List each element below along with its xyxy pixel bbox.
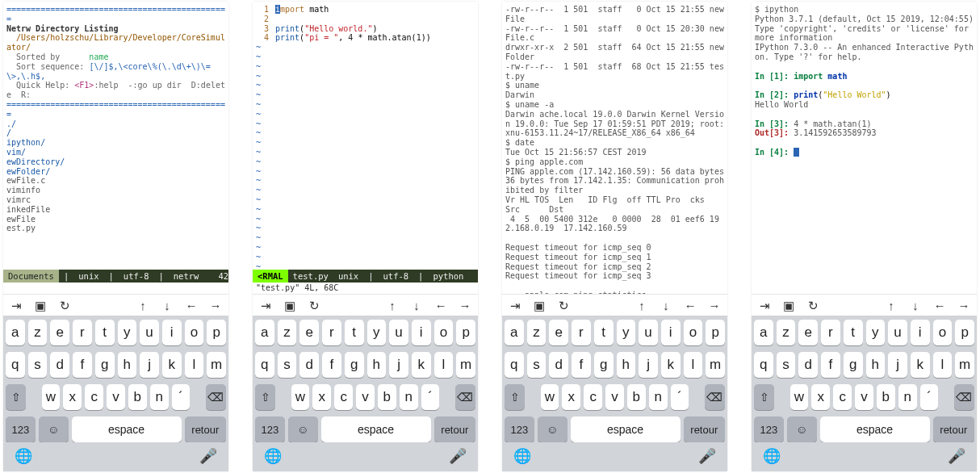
netrw-file-entry[interactable]: ewFile (6, 215, 36, 224)
key-p[interactable]: p (706, 320, 725, 345)
refresh-icon[interactable]: ↻ (806, 299, 819, 312)
key-k[interactable]: k (661, 352, 681, 378)
arrow-left-icon[interactable]: ← (434, 299, 447, 312)
backspace-key[interactable]: ⌫ (705, 384, 725, 410)
image-icon[interactable]: ▣ (782, 299, 795, 312)
key-m[interactable]: m (706, 352, 725, 378)
arrow-right-icon[interactable]: → (459, 299, 471, 312)
key-b[interactable]: b (128, 384, 147, 410)
key-m[interactable]: m (456, 352, 475, 378)
netrw-dir-entry[interactable]: / (6, 128, 11, 137)
key-o[interactable]: o (185, 320, 204, 345)
key-u[interactable]: u (888, 320, 907, 345)
key-z[interactable]: z (527, 320, 547, 345)
mic-icon[interactable]: 🎤 (948, 447, 965, 465)
netrw-file-entry[interactable]: inkedFile (6, 205, 50, 214)
key-l[interactable]: l (933, 352, 953, 378)
key-z[interactable]: z (777, 320, 796, 345)
key-p[interactable]: p (456, 320, 475, 345)
key-g[interactable]: g (95, 352, 115, 378)
key-w[interactable]: w (291, 384, 310, 410)
key-f[interactable]: f (572, 352, 591, 378)
arrow-left-icon[interactable]: ← (185, 299, 198, 312)
key-c[interactable]: c (833, 384, 852, 410)
key-r[interactable]: r (322, 320, 341, 345)
netrw-file-entry[interactable]: vimrc (6, 195, 31, 204)
key-t[interactable]: t (594, 320, 614, 345)
key-´[interactable]: ´ (671, 384, 689, 410)
return-key[interactable]: retour (434, 416, 475, 442)
key-s[interactable]: s (777, 352, 796, 378)
image-icon[interactable]: ▣ (34, 299, 47, 312)
key-o[interactable]: o (933, 320, 953, 345)
key-c[interactable]: c (85, 384, 103, 410)
return-key[interactable]: retour (185, 416, 226, 442)
key-h[interactable]: h (118, 352, 137, 378)
key-c[interactable]: c (584, 384, 602, 410)
arrow-right-icon[interactable]: → (708, 299, 721, 312)
key-b[interactable]: b (378, 384, 396, 410)
key-o[interactable]: o (434, 320, 454, 345)
netrw-dir-entry[interactable]: ./ (6, 119, 16, 128)
arrow-up-icon[interactable]: ↑ (136, 299, 149, 312)
key-r[interactable]: r (821, 320, 840, 345)
key-e[interactable]: e (798, 320, 818, 345)
key-j[interactable]: j (389, 352, 408, 378)
key-x[interactable]: x (811, 384, 830, 410)
key-b[interactable]: b (877, 384, 895, 410)
key-z[interactable]: z (28, 320, 48, 345)
tab-indent-icon[interactable]: ⇥ (758, 299, 771, 312)
return-key[interactable]: retour (933, 416, 974, 442)
shift-key[interactable]: ⇧ (255, 384, 275, 410)
image-icon[interactable]: ▣ (283, 299, 296, 312)
arrow-down-icon[interactable]: ↓ (909, 299, 922, 312)
numbers-key[interactable]: 123 (505, 416, 534, 442)
key-v[interactable]: v (356, 384, 375, 410)
arrow-up-icon[interactable]: ↑ (635, 299, 648, 312)
key-i[interactable]: i (412, 320, 431, 345)
emoji-key[interactable]: ☺ (538, 416, 567, 442)
key-s[interactable]: s (527, 352, 547, 378)
key-n[interactable]: n (898, 384, 917, 410)
key-t[interactable]: t (844, 320, 863, 345)
netrw-file-entry[interactable]: ewFile.c (6, 176, 45, 185)
netrw-file-entry[interactable]: est.py (6, 224, 36, 232)
key-v[interactable]: v (107, 384, 125, 410)
key-r[interactable]: r (572, 320, 591, 345)
key-q[interactable]: q (255, 352, 274, 378)
key-f[interactable]: f (821, 352, 840, 378)
arrow-right-icon[interactable]: → (209, 299, 222, 312)
key-b[interactable]: b (627, 384, 646, 410)
key-v[interactable]: v (605, 384, 624, 410)
key-´[interactable]: ´ (172, 384, 191, 410)
netrw-dir-entry[interactable]: ipython/ (6, 138, 45, 147)
shift-key[interactable]: ⇧ (754, 384, 774, 410)
emoji-key[interactable]: ☺ (787, 416, 817, 442)
key-z[interactable]: z (278, 320, 297, 345)
key-s[interactable]: s (28, 352, 48, 378)
key-y[interactable]: y (118, 320, 137, 345)
key-a[interactable]: a (754, 320, 773, 345)
netrw-dir-entry[interactable]: vim/ (6, 148, 26, 157)
key-f[interactable]: f (322, 352, 341, 378)
key-q[interactable]: q (505, 352, 524, 378)
key-d[interactable]: d (50, 352, 69, 378)
arrow-up-icon[interactable]: ↑ (386, 299, 399, 312)
key-u[interactable]: u (389, 320, 408, 345)
key-g[interactable]: g (844, 352, 863, 378)
key-i[interactable]: i (661, 320, 681, 345)
mic-icon[interactable]: 🎤 (698, 447, 716, 465)
arrow-down-icon[interactable]: ↓ (660, 299, 672, 312)
key-j[interactable]: j (639, 352, 658, 378)
key-t[interactable]: t (95, 320, 115, 345)
key-w[interactable]: w (42, 384, 61, 410)
shift-key[interactable]: ⇧ (505, 384, 525, 410)
space-key[interactable]: espace (321, 416, 431, 442)
key-u[interactable]: u (639, 320, 658, 345)
key-h[interactable]: h (617, 352, 636, 378)
key-t[interactable]: t (345, 320, 364, 345)
key-o[interactable]: o (684, 320, 703, 345)
key-g[interactable]: g (345, 352, 364, 378)
key-i[interactable]: i (911, 320, 930, 345)
numbers-key[interactable]: 123 (255, 416, 285, 442)
